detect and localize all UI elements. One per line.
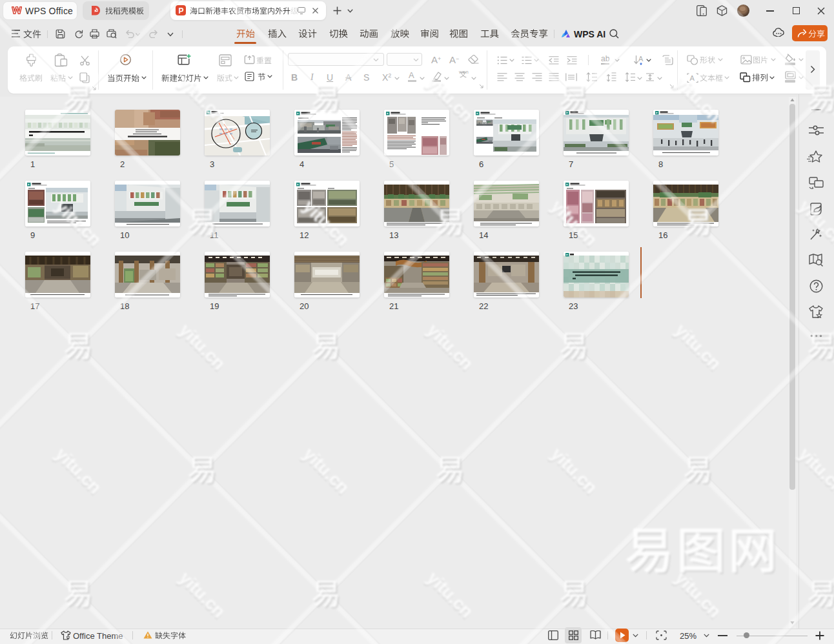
svg-text:A: A xyxy=(638,55,644,63)
svg-text:A: A xyxy=(690,74,695,82)
